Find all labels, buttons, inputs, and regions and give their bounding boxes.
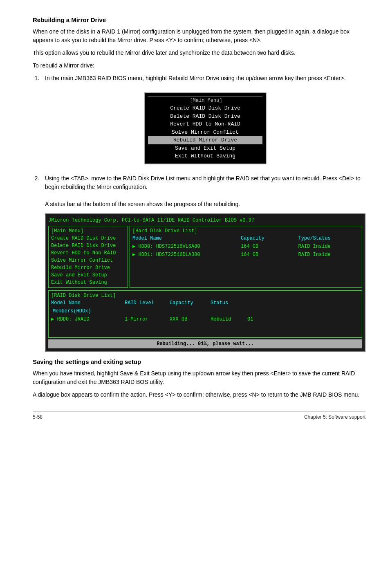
bios-right-panel: [Hard Disk Drive List] Model Name Capaci… bbox=[130, 226, 362, 288]
step1: In the main JMB363 RAID BIOS menu, highl… bbox=[41, 74, 365, 169]
menu-item: Rebuild Mirror Drive bbox=[148, 136, 262, 144]
raid-entry-row: ▶ RDD0: JRAID1-MirrorXXX GBRebuild01 bbox=[51, 316, 359, 323]
section1-para3: To rebuild a Mirror drive: bbox=[33, 61, 365, 70]
section2-title: Saving the settings and exiting setup bbox=[33, 358, 365, 365]
footer-chapter: Chapter 5: Software support bbox=[304, 414, 365, 420]
bios-disk-row: ▶ HDD1: HDS722516DLA380164 GBRAID Inside bbox=[132, 251, 359, 258]
bios-screenshot: JMicron Technology Corp. PCI-to-SATA II/… bbox=[45, 213, 365, 352]
menu-item: Solve Mirror Conflict bbox=[148, 128, 262, 137]
raid-list-title: [RAID Disk Drive List] bbox=[51, 292, 359, 299]
bios-left-item: Delete RAID Disk Drive bbox=[51, 242, 125, 249]
section2-para2: A dialogue box appears to confirm the ac… bbox=[33, 391, 365, 399]
footer-page: 5-58 bbox=[33, 414, 43, 420]
section1-title: Rebuilding a Mirror Drive bbox=[33, 16, 365, 23]
bios-left-item: Exit Without Saving bbox=[51, 279, 125, 286]
bios-left-panel: [Main Menu] Create RAID Disk DriveDelete… bbox=[48, 226, 128, 288]
menu-title: [Main Menu] bbox=[148, 97, 262, 104]
section1-para2: This option allows you to rebuild the Mi… bbox=[33, 49, 365, 57]
bios-disk-row: ▶ HDD0: HDS722516VLSA80164 GBRAID Inside bbox=[132, 243, 359, 250]
menu-item: Delete RAID Disk Drive bbox=[148, 112, 262, 121]
step2: Using the <TAB>, move to the RAID Disk D… bbox=[41, 174, 365, 352]
menu-item: Create RAID Disk Drive bbox=[148, 104, 262, 112]
bios-left-item: Solve Mirror Conflict bbox=[51, 257, 125, 264]
bios-left-title: [Main Menu] bbox=[51, 227, 125, 235]
raid-members-row: Members(HDDx) bbox=[51, 307, 359, 315]
menu-item: Revert HDD to Non-RAID bbox=[148, 120, 262, 128]
bios-left-item: Save and Exit Setup bbox=[51, 272, 125, 279]
bios-left-item: Create RAID Disk Drive bbox=[51, 235, 125, 242]
bios-left-item: Revert HDD to Non-RAID bbox=[51, 249, 125, 257]
bios-right-headers: Model Name Capacity Type/Status bbox=[132, 235, 359, 242]
raid-list-headers: Model Name RAID Level Capacity Status bbox=[51, 299, 359, 307]
bios-right-title: [Hard Disk Drive List] bbox=[132, 227, 359, 235]
status-bar: Rebuilding... 01%, please wait... bbox=[48, 339, 362, 348]
bios-menu-box: [Main Menu] Create RAID Disk DriveDelete… bbox=[144, 92, 267, 164]
bios-header: JMicron Technology Corp. PCI-to-SATA II/… bbox=[48, 217, 362, 224]
menu-item: Exit Without Saving bbox=[148, 152, 262, 160]
section1-para1: When one of the disks in a RAID 1 (Mirro… bbox=[33, 27, 365, 45]
bios-left-item: Rebuild Mirror Drive bbox=[51, 264, 125, 272]
menu-item: Save and Exit Setup bbox=[148, 144, 262, 153]
section2-para1: When you have finished, highlight Save &… bbox=[33, 369, 365, 386]
raid-disk-list: [RAID Disk Drive List] Model Name RAID L… bbox=[48, 290, 362, 338]
footer: 5-58 Chapter 5: Software support bbox=[33, 411, 365, 420]
